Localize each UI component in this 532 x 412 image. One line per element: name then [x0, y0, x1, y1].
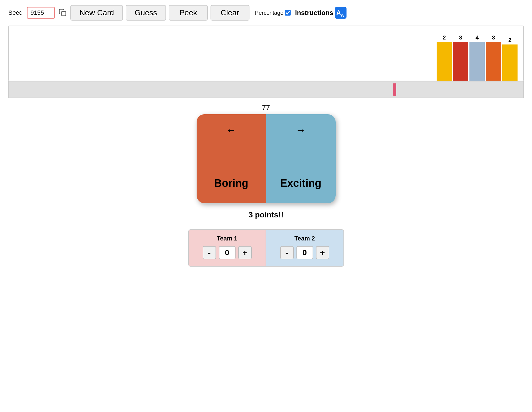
team1-plus-button[interactable]: + [238, 246, 252, 259]
bar-label: 2 [443, 34, 446, 41]
guess-button[interactable]: Guess [126, 5, 166, 21]
card-score-label: 77 [0, 103, 532, 112]
bar-item: 4 [469, 34, 485, 81]
team2-plus-button[interactable]: + [316, 246, 329, 259]
team1-minus-button[interactable]: - [203, 246, 216, 259]
clear-button[interactable]: Clear [211, 5, 249, 21]
right-arrow: → [296, 124, 306, 136]
new-card-button[interactable]: New Card [70, 5, 123, 21]
team2-box: Team 2 - 0 + [266, 229, 344, 267]
bar-rect [486, 42, 501, 81]
toolbar: Seed New Card Guess Peek Clear Percentag… [0, 0, 532, 26]
copy-icon [59, 9, 66, 16]
bar-label: 2 [508, 37, 511, 43]
percentage-label: Percentage [255, 10, 283, 16]
instructions-label: Instructions [295, 9, 333, 17]
team1-score: 0 [219, 246, 236, 259]
bar-group: 23432 [437, 26, 518, 81]
card-left[interactable]: ← Boring [197, 114, 266, 203]
slider-container[interactable] [8, 81, 524, 98]
slider-marker [393, 83, 396, 96]
copy-button[interactable] [58, 8, 68, 18]
seed-input[interactable] [27, 7, 55, 19]
bar-rect [437, 42, 452, 81]
translate-icon: A A [335, 7, 347, 19]
instructions-button[interactable]: Instructions A A [295, 7, 347, 19]
svg-text:A: A [341, 13, 344, 18]
team2-minus-button[interactable]: - [280, 246, 294, 259]
card-wrapper: ← Boring → Exciting [0, 114, 532, 203]
points-label: 3 points!! [0, 210, 532, 219]
bar-item: 3 [453, 34, 468, 81]
card[interactable]: ← Boring → Exciting [197, 114, 336, 203]
bar-rect [469, 42, 485, 81]
bar-label: 4 [476, 34, 479, 41]
bar-item: 2 [437, 34, 452, 81]
right-word: Exciting [280, 177, 321, 189]
team1-box: Team 1 - 0 + [188, 229, 266, 267]
bar-rect [453, 42, 468, 81]
svg-text:A: A [336, 9, 341, 16]
percentage-checkbox[interactable] [285, 10, 291, 16]
bar-item: 2 [502, 34, 518, 81]
bar-rect [502, 44, 518, 81]
team2-name: Team 2 [294, 235, 315, 242]
bar-label: 3 [492, 34, 495, 41]
peek-button[interactable]: Peek [169, 5, 208, 21]
chart-container: 23432 [8, 26, 524, 81]
team1-name: Team 1 [217, 235, 237, 242]
team1-score-controls: - 0 + [203, 246, 252, 259]
percentage-area: Percentage [255, 10, 291, 16]
left-word: Boring [214, 177, 248, 189]
svg-rect-0 [62, 11, 66, 16]
team2-score-controls: - 0 + [280, 246, 329, 259]
score-area: Team 1 - 0 + Team 2 - 0 + [0, 229, 532, 267]
bar-item: 3 [486, 34, 501, 81]
bar-label: 3 [459, 34, 462, 41]
card-right[interactable]: → Exciting [266, 114, 336, 203]
team2-score: 0 [296, 246, 313, 259]
seed-label: Seed [8, 9, 23, 16]
left-arrow: ← [226, 124, 236, 136]
